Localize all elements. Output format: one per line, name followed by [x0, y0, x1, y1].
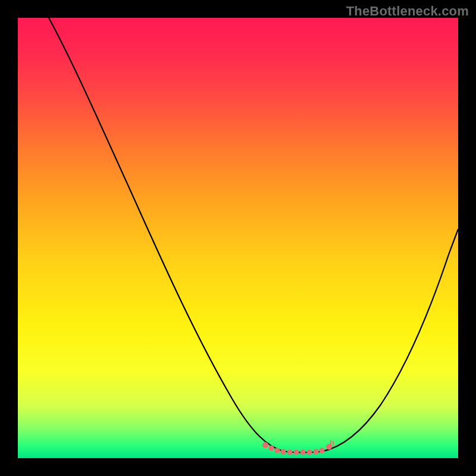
chart-frame: TheBottleneck.com: [0, 0, 476, 476]
bottleneck-curve: [18, 18, 458, 458]
curve-right-branch: [321, 229, 458, 452]
plot-area: [18, 18, 458, 458]
curve-left-branch: [49, 18, 283, 451]
watermark-text: TheBottleneck.com: [346, 4, 469, 19]
curve-bottom: [283, 451, 321, 452]
